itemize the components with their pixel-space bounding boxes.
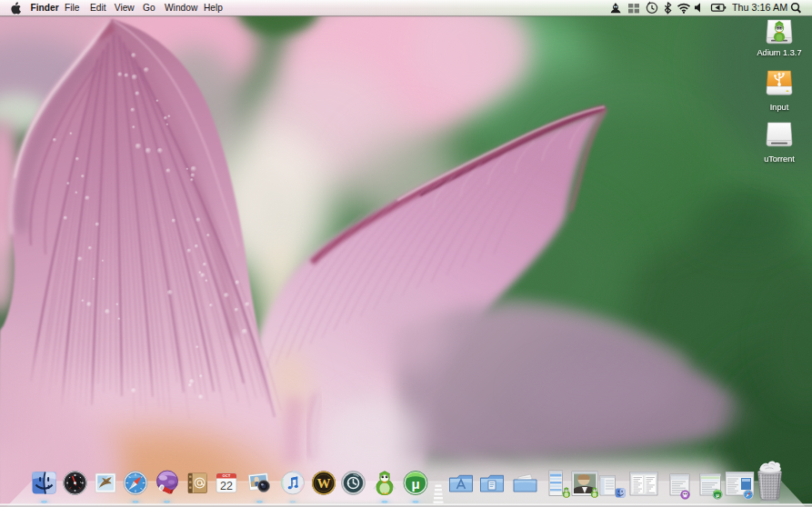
svg-text:Finder: Finder [31,3,59,13]
svg-text:Thu 3:16 AM: Thu 3:16 AM [732,2,787,13]
svg-text:Help: Help [204,3,223,13]
svg-text:File: File [65,3,80,13]
svg-text:View: View [115,3,135,13]
svg-text:Window: Window [165,3,198,13]
svg-text:Go: Go [143,3,155,13]
svg-text:Edit: Edit [90,3,106,13]
